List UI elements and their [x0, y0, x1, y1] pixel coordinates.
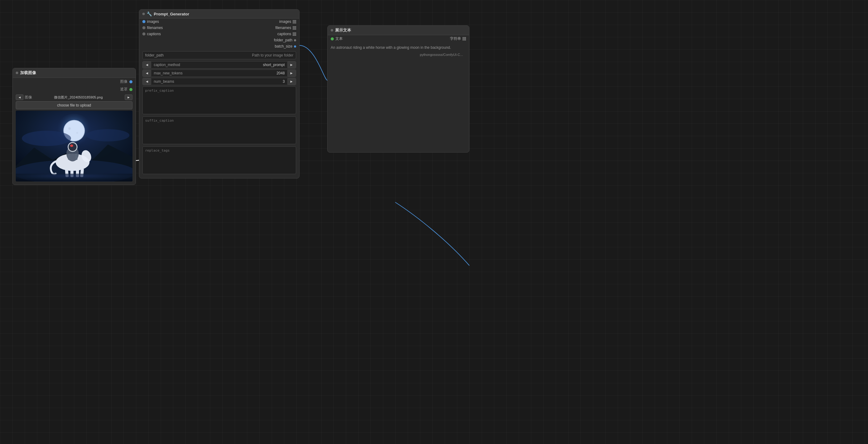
pg-images-out-label: images [279, 20, 291, 24]
image-prev-btn[interactable]: ◄ [16, 94, 24, 100]
caption-method-row: ◄ caption_method short_prompt ► [142, 61, 296, 68]
pg-images-in-label: images [147, 20, 159, 24]
folder-path-label: folder_path [145, 53, 164, 57]
load-image-title: 加载图像 [20, 70, 36, 76]
pg-captions-out-icon[interactable] [293, 32, 296, 36]
num-beams-value: 3 [185, 78, 287, 85]
prompt-gen-icon: 🔧 [147, 11, 152, 17]
pg-filenames-out-icon[interactable] [293, 26, 296, 30]
svg-point-19 [70, 145, 73, 147]
display-text-in-port[interactable] [331, 37, 334, 40]
pg-filenames-out-label: filenames [275, 26, 291, 30]
display-text-output-row: 文本 字符串 [328, 35, 469, 42]
io-row-filenames: filenames filenames [139, 25, 299, 31]
num-beams-label: num_beams [151, 78, 185, 85]
load-image-image-port[interactable] [129, 80, 132, 83]
svg-point-5 [76, 132, 78, 134]
io-row-folder-path: folder_path [139, 37, 299, 43]
num-beams-row: ◄ num_beams 3 ► [142, 78, 296, 85]
prefix-caption-textarea[interactable] [142, 87, 296, 114]
max-tokens-prev[interactable]: ◄ [143, 70, 151, 76]
display-text-header: 展示文本 [328, 26, 469, 35]
load-image-output-mask: 遮罩 [13, 86, 135, 93]
svg-point-7 [87, 129, 129, 141]
display-text-top-right: pythongosssss/ComfyUI-C... [420, 53, 463, 57]
io-row-captions: captions captions [139, 31, 299, 37]
folder-path-row: folder_path Path to your image folder [142, 51, 296, 59]
load-image-mask-label: 遮罩 [120, 87, 127, 92]
svg-point-6 [22, 131, 71, 146]
max-tokens-row: ◄ max_new_tokens 2048 ► [142, 69, 296, 77]
suffix-caption-section [142, 117, 296, 145]
image-control-label: 图像 [25, 95, 32, 100]
load-image-output-image: 图像 [13, 78, 135, 86]
load-image-header: 加载图像 [13, 68, 135, 78]
prompt-gen-status-dot [142, 13, 145, 15]
svg-rect-20 [68, 154, 70, 160]
caption-method-value: short_prompt [185, 61, 287, 68]
pg-captions-out-label: captions [277, 32, 291, 36]
prompt-generator-node: 6.80秒 🔧 Prompt_Generator images images f… [139, 9, 300, 179]
replace-tags-textarea[interactable] [142, 146, 296, 174]
caption-method-prev[interactable]: ◄ [143, 61, 151, 68]
display-text-node: 0.25秒 pythongosssss/ComfyUI-C... 展示文本 文本… [327, 25, 469, 153]
image-filename: 微信图片_20240503185905.png [33, 95, 124, 100]
pg-captions-in-label: captions [147, 32, 161, 36]
caption-method-label: caption_method [151, 61, 185, 68]
pg-batchsize-out-label: batch_size [275, 44, 292, 49]
display-text-output-label: 文本 [335, 36, 343, 41]
num-beams-prev[interactable]: ◄ [143, 78, 151, 85]
preview-image [16, 110, 132, 182]
display-text-type-label: 字符串 [450, 36, 461, 41]
max-tokens-label: max_new_tokens [151, 70, 185, 76]
load-image-image-label: 图像 [120, 79, 127, 84]
pg-folderpath-out-label: folder_path [274, 38, 292, 42]
svg-point-4 [68, 127, 71, 130]
load-image-mask-port[interactable] [129, 88, 132, 91]
caption-method-next[interactable]: ► [287, 61, 296, 68]
display-text-title: 展示文本 [335, 28, 351, 33]
image-next-btn[interactable]: ► [125, 94, 132, 100]
pg-filenames-in-port[interactable] [142, 26, 146, 29]
display-text-type-icon[interactable] [463, 37, 466, 40]
display-text-status-dot [331, 29, 333, 31]
pg-captions-in-port[interactable] [142, 32, 146, 35]
svg-point-18 [68, 143, 76, 151]
pg-images-in-port[interactable] [142, 20, 146, 23]
pg-filenames-in-label: filenames [147, 26, 163, 30]
max-tokens-next[interactable]: ► [287, 70, 296, 76]
svg-rect-22 [16, 174, 132, 182]
load-image-status-dot [16, 72, 18, 74]
prefix-caption-section [142, 87, 296, 115]
pg-batchsize-dot [294, 45, 296, 47]
image-preview [16, 110, 132, 182]
prompt-gen-header: 🔧 Prompt_Generator [139, 9, 299, 19]
io-row-batch-size: batch_size [139, 43, 299, 50]
display-text-content: An astronaut riding a white horse with a… [331, 45, 466, 150]
upload-button[interactable]: choose file to upload [16, 101, 132, 109]
replace-tags-section [142, 146, 296, 175]
pg-folderpath-dot [294, 39, 296, 41]
folder-path-value: Path to your image folder [165, 53, 293, 57]
pg-images-out-icon[interactable] [293, 20, 296, 24]
svg-rect-21 [75, 154, 78, 160]
num-beams-next[interactable]: ► [287, 78, 296, 85]
suffix-caption-textarea[interactable] [142, 117, 296, 144]
max-tokens-value: 2048 [185, 70, 287, 76]
prompt-gen-title: Prompt_Generator [154, 12, 189, 17]
load-image-node: 0.04秒 加载图像 图像 遮罩 ◄ 图像 微信图片_2024050318590… [12, 68, 136, 185]
io-row-images: images images [139, 19, 299, 25]
